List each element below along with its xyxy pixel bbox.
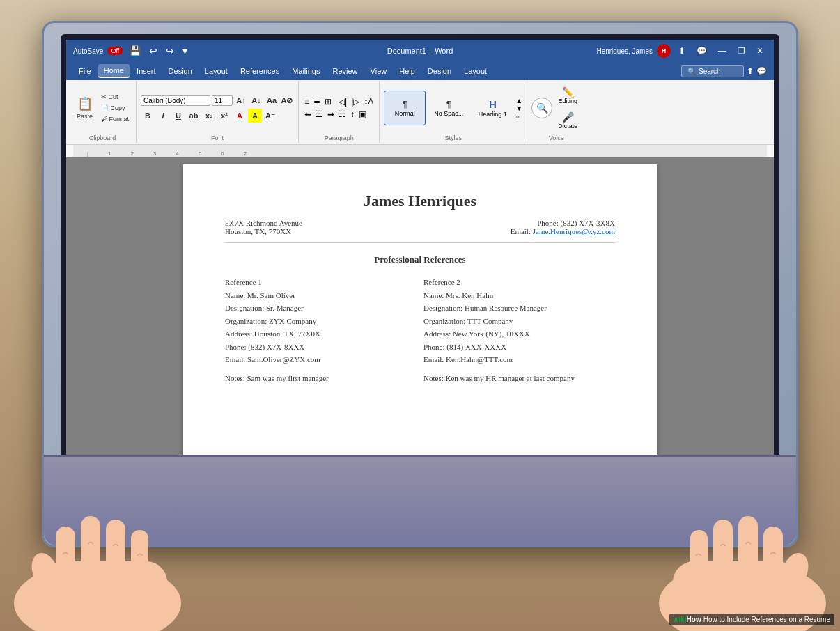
style-heading1[interactable]: H Heading 1	[472, 91, 513, 125]
font-controls: A↑ A↓ Aa A⊘ B I U ab x₂ x²	[141, 93, 294, 123]
menu-mailings[interactable]: Mailings	[286, 65, 325, 77]
underline-button[interactable]: U	[171, 109, 185, 123]
menu-home[interactable]: Home	[98, 64, 130, 78]
more-icon[interactable]: ▾	[180, 45, 189, 56]
menu-references[interactable]: References	[235, 65, 285, 77]
paste-icon: 📋	[77, 96, 93, 111]
menu-layout2[interactable]: Layout	[458, 65, 492, 77]
menu-file[interactable]: File	[73, 65, 97, 77]
decrease-indent-button[interactable]: ◁|	[337, 96, 348, 107]
styles-area: ¶ Normal ¶ No Spac... H Heading 1	[384, 91, 522, 125]
highlight-button[interactable]: A	[248, 109, 262, 123]
menu-insert[interactable]: Insert	[131, 65, 162, 77]
align-left-button[interactable]: ⬅	[303, 109, 313, 120]
subscript-button[interactable]: x₂	[202, 109, 216, 123]
document-name: James Henriques	[225, 192, 615, 210]
numbering-button[interactable]: ≣	[312, 96, 322, 107]
style-normal[interactable]: ¶ Normal	[384, 91, 426, 125]
voice-group: 🔍 ✏️ Editing 🎤 Dictate	[527, 81, 585, 143]
menu-help[interactable]: Help	[394, 65, 421, 77]
align-right-button[interactable]: ➡	[326, 109, 336, 120]
font-name-input[interactable]	[141, 95, 210, 106]
dictate-button[interactable]: 🎤 Dictate	[554, 109, 581, 132]
autosave-toggle[interactable]: Off	[107, 47, 123, 55]
menu-review[interactable]: Review	[327, 65, 364, 77]
paragraph-label: Paragraph	[325, 133, 354, 141]
voice-label: Voice	[549, 133, 564, 141]
editing-label: Editing	[558, 98, 577, 104]
line-spacing-button[interactable]: ↕	[349, 109, 356, 120]
align-center-button[interactable]: ☰	[314, 109, 325, 120]
style-no-spacing[interactable]: ¶ No Spac...	[428, 91, 469, 125]
ref1-org: Organization: ZYX Company	[225, 316, 417, 327]
menu-design2[interactable]: Design	[422, 65, 457, 77]
bullets-button[interactable]: ≡	[303, 96, 311, 107]
clear-format-button[interactable]: A⊘	[280, 93, 294, 107]
style-heading1-label: Heading 1	[479, 111, 507, 118]
address-block: 5X7X Richmond Avenue Houston, TX, 770XX	[225, 219, 302, 235]
save-icon[interactable]: 💾	[127, 45, 143, 56]
style-normal-label: Normal	[395, 110, 415, 117]
share-icon[interactable]: ⬆	[675, 46, 689, 56]
ruler-mark: 5	[199, 150, 201, 157]
format-painter-button[interactable]: 🖌 Format	[98, 114, 132, 124]
clipboard-content: 📋 Paste ✂ Cut 📄 Copy 🖌 Format	[73, 83, 132, 133]
clipboard-label: Clipboard	[89, 133, 116, 141]
search-box[interactable]: 🔍 Search	[681, 65, 744, 77]
font-size-input[interactable]	[212, 95, 233, 106]
menu-view[interactable]: View	[365, 65, 393, 77]
ref2-notes: Notes: Ken was my HR manager at last com…	[423, 373, 615, 384]
sort-button[interactable]: ↕A	[362, 96, 375, 107]
increase-font-button[interactable]: A↑	[234, 93, 248, 107]
cut-button[interactable]: ✂ Cut	[98, 92, 132, 102]
styles-content: ¶ Normal ¶ No Spac... H Heading 1	[384, 83, 522, 133]
comments-icon[interactable]: 💬	[693, 46, 710, 56]
title-bar-left: AutoSave Off 💾 ↩ ↪ ▾	[73, 45, 247, 56]
voice-search-button[interactable]: 🔍	[531, 98, 552, 118]
styles-up-button[interactable]: ▲	[515, 97, 522, 104]
copy-button[interactable]: 📄 Copy	[98, 103, 132, 113]
increase-indent-button[interactable]: |▷	[350, 96, 361, 107]
change-case-button[interactable]: Aa	[265, 93, 279, 107]
editing-button[interactable]: ✏️ Editing	[554, 84, 581, 107]
reference-2: Reference 2 Name: Mrs. Ken Hahn Designat…	[423, 276, 615, 384]
ref1-address: Address: Houston, TX, 77X0X	[225, 328, 417, 340]
italic-button[interactable]: I	[156, 109, 170, 123]
decrease-font-button[interactable]: A↓	[249, 93, 263, 107]
ruler-mark: 4	[176, 150, 178, 157]
editing-icon: ✏️	[562, 86, 574, 98]
laptop-keyboard	[44, 455, 796, 545]
ref1-designation: Designation: Sr. Manager	[225, 302, 417, 314]
close-button[interactable]: ✕	[753, 46, 767, 56]
undo-icon[interactable]: ↩	[147, 45, 160, 56]
paragraph-row1: ≡ ≣ ⊞ ⬅ ☰ ➡	[303, 96, 375, 120]
references-grid: Reference 1 Name: Mr. Sam Oliver Designa…	[225, 276, 615, 384]
email-link[interactable]: Jame.Henriques@xyz.com	[533, 227, 615, 235]
strikethrough-button[interactable]: ab	[187, 109, 201, 123]
menu-bar-right: 🔍 Search ⬆ 💬	[681, 65, 767, 77]
styles-expand-button[interactable]: ⬦	[515, 112, 522, 120]
wikihow-logo: wikiHow	[674, 616, 701, 623]
paragraph-content: ≡ ≣ ⊞ ⬅ ☰ ➡	[303, 83, 375, 133]
expand-icon[interactable]: ⬆	[747, 66, 754, 76]
restore-button[interactable]: ❐	[734, 46, 749, 56]
font-row-1: A↑ A↓ Aa A⊘	[141, 93, 294, 107]
ruler-mark: 2	[131, 150, 134, 157]
font-shading-button[interactable]: A⁻	[263, 109, 277, 123]
comments-btn[interactable]: 💬	[756, 66, 767, 76]
superscript-button[interactable]: x²	[217, 109, 231, 123]
ruler-mark: |	[87, 150, 88, 157]
contact-info: 5X7X Richmond Avenue Houston, TX, 770XX …	[225, 219, 615, 243]
shading-button[interactable]: ▣	[357, 109, 368, 120]
justify-button[interactable]: ☷	[337, 109, 348, 120]
bold-button[interactable]: B	[141, 109, 155, 123]
ref2-org: Organization: TTT Company	[423, 316, 615, 327]
redo-icon[interactable]: ↪	[164, 45, 176, 56]
menu-design[interactable]: Design	[163, 65, 198, 77]
multilevel-button[interactable]: ⊞	[323, 96, 333, 107]
paste-button[interactable]: 📋 Paste	[73, 94, 96, 122]
styles-down-button[interactable]: ▼	[515, 104, 522, 112]
menu-layout[interactable]: Layout	[199, 65, 233, 77]
font-color-button[interactable]: A	[233, 109, 247, 123]
minimize-button[interactable]: —	[715, 46, 730, 56]
